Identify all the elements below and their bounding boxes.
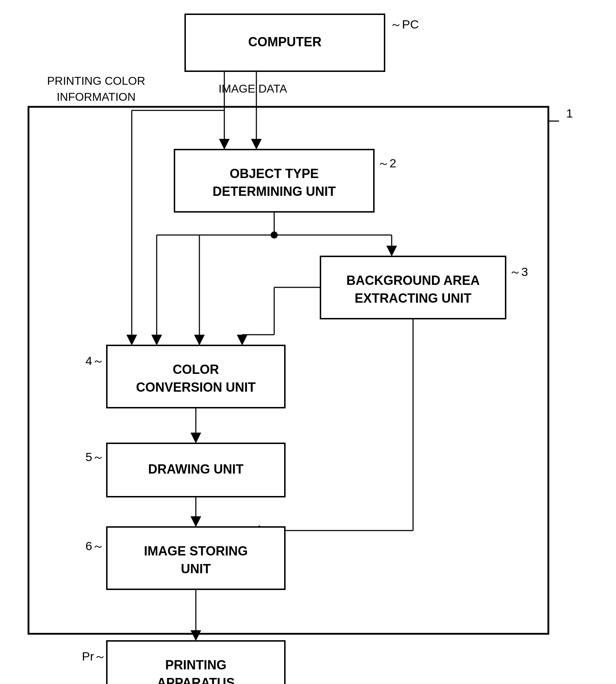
background-area-label2: EXTRACTING UNIT — [355, 291, 471, 306]
image-storing-ref: 6～ — [85, 539, 104, 553]
printing-color-info-label2: INFORMATION — [57, 90, 136, 103]
diagram-container: COMPUTER ～PC PRINTING COLOR INFORMATION … — [0, 0, 616, 684]
obj-ref: ～2 — [377, 156, 396, 170]
computer-label: COMPUTER — [248, 35, 322, 49]
ccunit-ref: 4～ — [85, 354, 104, 367]
color-conv-label1: COLOR — [173, 362, 219, 377]
printing-app-label1: PRINTING — [165, 658, 226, 672]
object-type-label2: DETERMINING UNIT — [213, 184, 336, 199]
printing-color-info-label: PRINTING COLOR — [47, 74, 145, 87]
object-type-label1: OBJECT TYPE — [230, 166, 319, 181]
printing-app-label2: APPARATUS — [157, 675, 235, 684]
image-data-label: IMAGE DATA — [219, 82, 287, 95]
arrow-is-pa — [190, 630, 201, 641]
bae-ref: ～3 — [509, 265, 528, 278]
drawing-unit-label: DRAWING UNIT — [148, 462, 244, 476]
printing-app-ref: Pr～ — [82, 649, 106, 663]
drawing-ref: 5～ — [85, 450, 104, 464]
pc-ref: ～PC — [390, 17, 419, 31]
color-conv-label2: CONVERSION UNIT — [136, 380, 256, 395]
image-storing-label1: IMAGE STORING — [144, 544, 247, 558]
background-area-label1: BACKGROUND AREA — [346, 273, 480, 288]
image-storing-label2: UNIT — [181, 562, 211, 576]
system-ref: 1 — [566, 106, 573, 120]
